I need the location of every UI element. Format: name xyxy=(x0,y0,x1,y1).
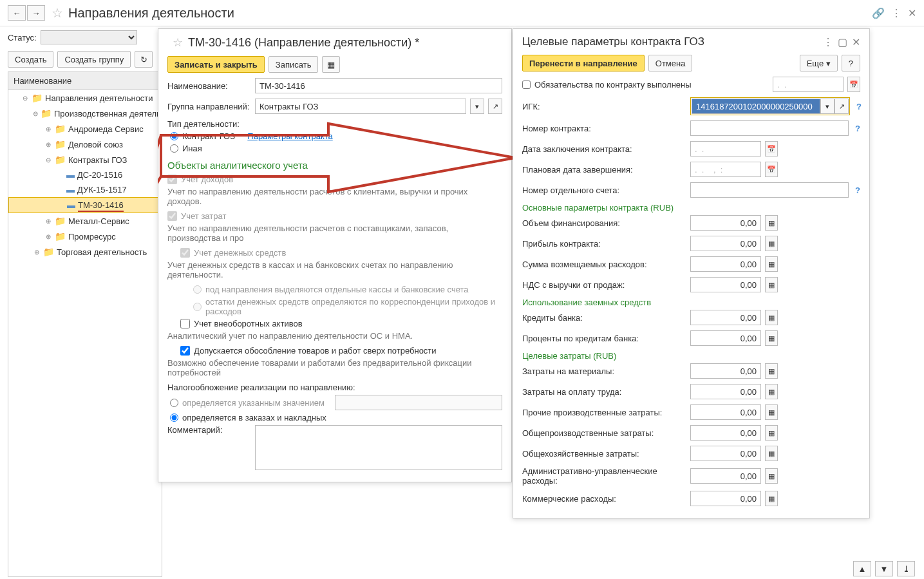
more-button[interactable]: Еще ▾ xyxy=(800,55,838,71)
refresh-button[interactable]: ↻ xyxy=(135,51,153,68)
transfer-button[interactable]: Перенести в направление xyxy=(522,55,645,71)
page-title: Направления деятельности xyxy=(68,6,234,21)
name-input[interactable] xyxy=(255,78,502,93)
help-button[interactable]: ? xyxy=(842,55,860,71)
tree-item[interactable]: ⊖📁Производственная деятель xyxy=(8,106,162,121)
materials-calc-icon[interactable]: ▦ xyxy=(765,363,778,379)
right-close-icon[interactable]: ✕ xyxy=(852,36,860,48)
link-icon[interactable]: 🔗 xyxy=(872,7,885,19)
overhead-gen-calc-icon[interactable]: ▦ xyxy=(765,446,778,461)
create-group-button[interactable]: Создать группу xyxy=(57,51,131,68)
tree-item[interactable]: ⊕📁Металл-Сервис xyxy=(8,213,162,229)
plan-date-input[interactable] xyxy=(690,162,761,177)
scroll-last-button[interactable]: ⤓ xyxy=(897,561,915,576)
other-prod-calc-icon[interactable]: ▦ xyxy=(765,404,778,420)
obligations-check[interactable] xyxy=(522,81,531,89)
tree-item[interactable]: ▬ДУК-15-1517 xyxy=(8,182,162,197)
expand-icon[interactable]: ⊕ xyxy=(44,218,52,225)
obligations-date[interactable] xyxy=(773,77,844,92)
contract-date-calendar-icon[interactable]: 📅 xyxy=(765,141,778,157)
comment-input[interactable] xyxy=(255,425,502,470)
right-kebab-icon[interactable]: ⋮ xyxy=(823,36,833,48)
plan-date-calendar-icon[interactable]: 📅 xyxy=(765,162,778,177)
expand-icon[interactable]: ⊕ xyxy=(44,126,52,133)
back-button[interactable]: ← xyxy=(8,5,26,21)
tree-item[interactable]: ⊖📁Контракты ГОЗ xyxy=(8,152,162,167)
type-other-radio[interactable] xyxy=(170,144,178,153)
materials-input[interactable] xyxy=(690,363,761,379)
group-input[interactable] xyxy=(255,99,466,114)
commercial-calc-icon[interactable]: ▦ xyxy=(765,491,778,506)
credits-input[interactable] xyxy=(690,310,761,325)
igk-help-icon[interactable]: ? xyxy=(856,102,862,111)
tree-item[interactable]: ⊖📁Направления деятельности xyxy=(8,90,162,106)
contract-date-input[interactable] xyxy=(690,141,761,157)
tree-item[interactable]: ⊕📁Торговая деятельность xyxy=(8,244,162,260)
cancel-button[interactable]: Отмена xyxy=(648,55,693,71)
contract-no-input[interactable] xyxy=(690,120,849,136)
type-goz-radio[interactable] xyxy=(170,132,178,140)
profit-calc-icon[interactable]: ▦ xyxy=(765,236,778,251)
right-maximize-icon[interactable]: ▢ xyxy=(838,36,847,48)
contract-no-help-icon[interactable]: ? xyxy=(855,124,860,133)
commercial-input[interactable] xyxy=(690,491,761,506)
igk-dropdown-button[interactable]: ▾ xyxy=(820,99,834,114)
close-icon[interactable]: ✕ xyxy=(908,7,916,19)
reimburse-calc-icon[interactable]: ▦ xyxy=(765,256,778,272)
admin-calc-icon[interactable]: ▦ xyxy=(765,468,778,484)
tax-opt1-radio[interactable] xyxy=(170,399,178,407)
form-star-icon[interactable]: ☆ xyxy=(173,35,183,50)
obligations-calendar-icon[interactable]: 📅 xyxy=(847,77,860,92)
form-report-button[interactable]: ▦ xyxy=(322,56,340,73)
right-title: Целевые параметры контракта ГОЗ xyxy=(522,35,823,48)
igk-open-button[interactable]: ↗ xyxy=(834,99,849,114)
group-open-button[interactable]: ↗ xyxy=(488,99,502,114)
finance-input[interactable] xyxy=(690,215,761,231)
expand-icon[interactable]: ⊖ xyxy=(33,110,38,117)
labor-calc-icon[interactable]: ▦ xyxy=(765,384,778,399)
tree-item[interactable]: ⊕📁Андромеда Сервис xyxy=(8,121,162,137)
overhead-gen-input[interactable] xyxy=(690,446,761,461)
account-no-input[interactable] xyxy=(690,182,849,198)
expand-icon[interactable]: ⊕ xyxy=(44,233,52,240)
interest-input[interactable] xyxy=(690,330,761,346)
tax-label: Налогообложение реализации по направлени… xyxy=(167,383,502,392)
expand-icon[interactable]: ⊖ xyxy=(44,157,52,164)
star-icon[interactable]: ☆ xyxy=(52,5,63,21)
materials-label: Затраты на материалы: xyxy=(522,366,686,376)
save-close-button[interactable]: Записать и закрыть xyxy=(167,56,265,73)
interest-calc-icon[interactable]: ▦ xyxy=(765,330,778,346)
reimburse-input[interactable] xyxy=(690,256,761,272)
create-button[interactable]: Создать xyxy=(8,51,53,68)
profit-input[interactable] xyxy=(690,236,761,251)
save-button[interactable]: Записать xyxy=(269,56,319,73)
vat-calc-icon[interactable]: ▦ xyxy=(765,277,778,292)
kebab-icon[interactable]: ⋮ xyxy=(891,7,901,19)
expand-icon[interactable]: ⊖ xyxy=(21,95,29,102)
tree-item[interactable]: ⊕📁Деловой союз xyxy=(8,137,162,152)
account-no-help-icon[interactable]: ? xyxy=(855,185,860,195)
overhead-prod-input[interactable] xyxy=(690,425,761,441)
surplus-check[interactable] xyxy=(180,346,190,356)
other-prod-input[interactable] xyxy=(690,404,761,420)
group-dropdown-button[interactable]: ▾ xyxy=(470,99,484,114)
overhead-prod-calc-icon[interactable]: ▦ xyxy=(765,425,778,441)
labor-input[interactable] xyxy=(690,384,761,399)
expand-icon[interactable]: ⊕ xyxy=(44,141,52,148)
expand-icon[interactable]: ⊕ xyxy=(33,249,41,256)
tree-item[interactable]: ⊕📁Промресурс xyxy=(8,229,162,244)
vat-input[interactable] xyxy=(690,277,761,292)
finance-calc-icon[interactable]: ▦ xyxy=(765,215,778,231)
status-select[interactable] xyxy=(41,30,137,44)
scroll-up-button[interactable]: ▲ xyxy=(853,561,871,576)
tax-opt2-radio[interactable] xyxy=(170,413,178,422)
tree-item[interactable]: ▬ТМ-30-1416 xyxy=(8,197,162,213)
contract-params-link[interactable]: Параметры контракта xyxy=(247,131,332,141)
forward-button[interactable]: → xyxy=(27,5,45,21)
credits-calc-icon[interactable]: ▦ xyxy=(765,310,778,325)
noncurrent-check[interactable] xyxy=(180,319,190,328)
scroll-down-button[interactable]: ▼ xyxy=(875,561,893,576)
igk-input[interactable] xyxy=(692,99,820,114)
tree-item[interactable]: ▬ДС-20-1516 xyxy=(8,167,162,182)
admin-input[interactable] xyxy=(690,468,761,484)
